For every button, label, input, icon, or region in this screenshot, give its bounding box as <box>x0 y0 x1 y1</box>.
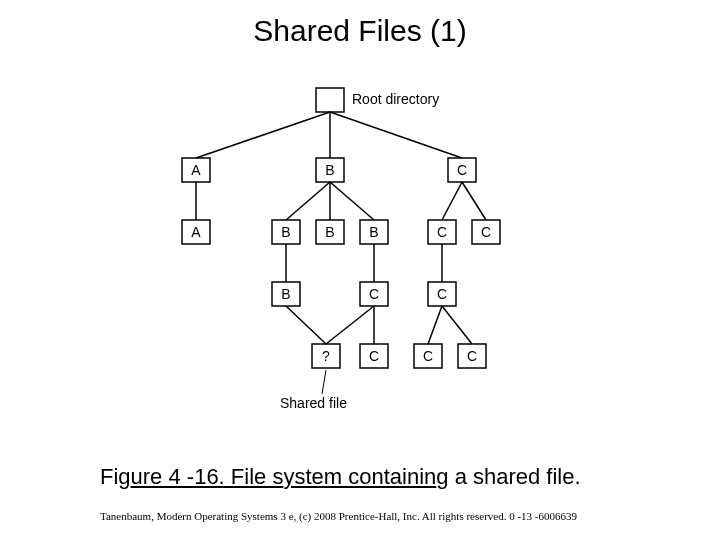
svg-text:C: C <box>369 286 379 302</box>
svg-line-25 <box>330 182 374 220</box>
svg-line-26 <box>442 182 462 220</box>
svg-text:A: A <box>191 224 201 240</box>
svg-text:C: C <box>481 224 491 240</box>
svg-text:C: C <box>467 348 477 364</box>
svg-text:C: C <box>369 348 379 364</box>
row2-c2: C <box>472 220 500 244</box>
row3-c: C <box>360 282 388 306</box>
svg-text:B: B <box>281 224 290 240</box>
svg-line-49 <box>442 306 472 344</box>
shared-file-label: Shared file <box>280 395 347 411</box>
svg-text:B: B <box>325 224 334 240</box>
root-directory-label: Root directory <box>352 91 439 107</box>
row1-b: B <box>316 158 344 182</box>
figure-caption: Figure 4 -16. File system containing a s… <box>100 464 620 490</box>
svg-line-23 <box>286 182 330 220</box>
row4-c2: C <box>414 344 442 368</box>
svg-line-47 <box>326 306 374 344</box>
row1-a: A <box>182 158 210 182</box>
svg-text:C: C <box>437 286 447 302</box>
row4-shared: ? <box>312 344 340 368</box>
svg-line-27 <box>462 182 486 220</box>
svg-line-48 <box>428 306 442 344</box>
row4-c1: C <box>360 344 388 368</box>
row2-a: A <box>182 220 210 244</box>
copyright-credit: Tanenbaum, Modern Operating Systems 3 e,… <box>100 510 660 522</box>
svg-text:C: C <box>423 348 433 364</box>
svg-text:C: C <box>457 162 467 178</box>
svg-line-7 <box>196 112 330 158</box>
row2-b3: B <box>360 220 388 244</box>
row3-c2: C <box>428 282 456 306</box>
svg-text:B: B <box>281 286 290 302</box>
svg-rect-0 <box>316 88 344 112</box>
page-title: Shared Files (1) <box>0 14 720 48</box>
row2-b1: B <box>272 220 300 244</box>
svg-line-45 <box>286 306 326 344</box>
row3-b: B <box>272 282 300 306</box>
svg-line-50 <box>322 370 326 394</box>
svg-text:C: C <box>437 224 447 240</box>
svg-text:?: ? <box>322 348 330 364</box>
svg-line-9 <box>330 112 462 158</box>
row1-c: C <box>448 158 476 182</box>
row2-b2: B <box>316 220 344 244</box>
svg-text:B: B <box>325 162 334 178</box>
row2-c1: C <box>428 220 456 244</box>
tree-diagram: Root directory A B C A <box>0 80 720 440</box>
row4-c3: C <box>458 344 486 368</box>
svg-text:A: A <box>191 162 201 178</box>
svg-text:B: B <box>369 224 378 240</box>
root-node <box>316 88 344 112</box>
